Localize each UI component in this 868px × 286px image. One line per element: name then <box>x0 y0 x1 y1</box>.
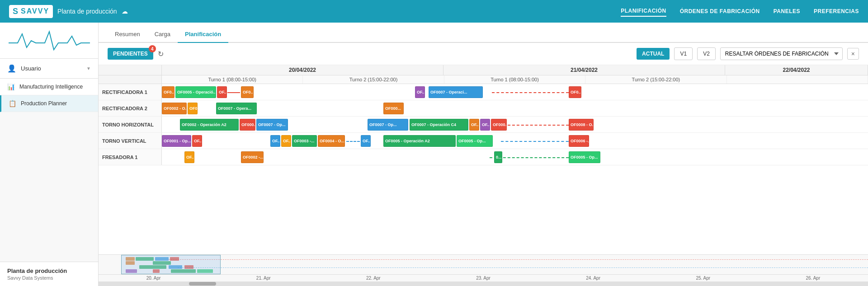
gantt-row: RECTIFICADORA 2OF0002 - O...OF0...OF0007… <box>99 100 868 117</box>
top-nav-links: PLANIFICACIÓN ÓRDENES DE FABRICACIÓN PAN… <box>621 6 859 17</box>
gantt-block[interactable]: OF... <box>184 151 194 163</box>
gantt-block[interactable]: OF0007 - Operaci... <box>429 86 483 98</box>
gantt-block[interactable]: OF0008 - O... <box>569 119 594 131</box>
gantt-container[interactable]: 20/04/2022 21/04/2022 22/04/2022 Turno 1… <box>99 65 868 254</box>
plant-name: Planta de producción <box>7 267 91 274</box>
minimap-label-4: 23. Apr <box>428 276 538 281</box>
gantt-toolbar: PENDIENTES 4 ↻ ACTUAL V1 V2 RESALTAR ÓRD… <box>99 43 868 65</box>
gantt-block[interactable]: OF0... <box>188 103 198 114</box>
gantt-shift-header: Turno 1 (08:00-15:00) Turno 2 (15:00-22:… <box>99 75 868 84</box>
minimap-label-1: 20. Apr <box>99 276 208 281</box>
gantt-block[interactable]: OF... <box>270 135 280 147</box>
gantt-block[interactable]: OF0... <box>241 86 254 98</box>
actual-button[interactable]: ACTUAL <box>637 48 670 60</box>
sidebar-user[interactable]: 👤 Usuario ▼ <box>0 59 98 79</box>
gantt-row-content: OF...OF0002 -...0...OF0005 - Op... <box>162 149 868 165</box>
gantt-row-content: OF0002 - Operación A2OF000...OF0007 - Op… <box>162 117 868 132</box>
gantt-shift-4: Turno 2 (15:00-22:00) <box>585 75 726 84</box>
gantt-block[interactable]: OF... <box>469 119 479 131</box>
gantt-date-1: 20/04/2022 <box>162 65 443 75</box>
nav-paneles[interactable]: PANELES <box>774 6 800 16</box>
gantt-block[interactable]: OF... <box>281 135 291 147</box>
nav-ordenes[interactable]: ÓRDENES DE FABRICACIÓN <box>680 6 760 16</box>
gantt-shift-label-spacer <box>99 75 162 84</box>
gantt-row-content: OF0001 - Op...OF...OF...OF...OF0003 -...… <box>162 133 868 149</box>
gantt-block[interactable]: OF0003 -... <box>292 135 317 147</box>
sidebar-heartbeat <box>0 23 98 59</box>
close-highlight-button[interactable]: × <box>847 48 859 60</box>
gantt-block[interactable]: 0... <box>494 151 502 163</box>
user-icon: 👤 <box>7 64 16 73</box>
gantt-row: TORNO HORIZONTALOF0002 - Operación A2OF0… <box>99 117 868 133</box>
nav-preferencias[interactable]: PREFERENCIAS <box>814 6 859 16</box>
gantt-block[interactable]: OF... <box>217 86 227 98</box>
gantt-shift-1: Turno 1 (08:00-15:00) <box>162 75 303 84</box>
minimap-viewport[interactable] <box>121 255 221 274</box>
minimap-label-5: 24. Apr <box>538 276 648 281</box>
chevron-down-icon: ▼ <box>86 66 91 71</box>
gantt-machine-label: FRESADORA 1 <box>99 149 162 165</box>
refresh-icon[interactable]: ↻ <box>158 50 164 58</box>
gantt-date-2: 21/04/2022 <box>443 65 725 75</box>
gantt-block[interactable]: OF0005 - Operació... <box>175 86 216 98</box>
user-name: Usuario <box>21 65 86 72</box>
tab-carga[interactable]: Carga <box>147 26 178 43</box>
gantt-block[interactable]: OF... <box>480 119 490 131</box>
minimap-label-7: 26. Apr <box>758 276 868 281</box>
gantt-block[interactable]: OF0005 - Op... <box>569 151 600 163</box>
heartbeat-chart <box>9 29 90 52</box>
tab-resumen[interactable]: Resumen <box>108 26 147 43</box>
gantt-block[interactable]: OF0... <box>162 86 175 98</box>
chart-icon: 📊 <box>7 83 15 90</box>
gantt-block[interactable]: OF... <box>361 135 371 147</box>
gantt-block[interactable]: OF0... <box>569 86 581 98</box>
gantt-block[interactable]: OF000... <box>491 119 507 131</box>
nav-planificacion[interactable]: PLANIFICACIÓN <box>621 6 666 17</box>
sidebar: 👤 Usuario ▼ 📊 Manufacturing Intelligence… <box>0 23 99 286</box>
gantt-block[interactable]: OF... <box>192 135 202 147</box>
minimap-content <box>99 255 868 274</box>
v2-button[interactable]: V2 <box>697 47 716 60</box>
gantt-block[interactable]: OF000... <box>240 119 255 131</box>
gantt-shift-3: Turno 1 (08:00-15:00) <box>444 75 585 84</box>
v1-button[interactable]: V1 <box>674 47 693 60</box>
gantt-block[interactable]: OF... <box>415 86 425 98</box>
gantt-shift-5 <box>727 75 868 84</box>
minimap-label-3: 22. Apr <box>318 276 428 281</box>
sidebar-item-manufacturing[interactable]: 📊 Manufacturing Intelligence <box>0 79 98 95</box>
gantt-block[interactable]: OF0007 - Op... <box>256 119 288 131</box>
cloud-icon: ☁ <box>122 8 128 15</box>
gantt-block[interactable]: OF000... <box>383 103 404 114</box>
sidebar-plant: Planta de producción Savvy Data Systems <box>0 262 98 286</box>
gantt-row-content: OF0...OF0005 - Operació...OF...OF0...OF.… <box>162 84 868 100</box>
sidebar-item-label: Production Planner <box>21 100 67 107</box>
plant-company: Savvy Data Systems <box>7 275 91 281</box>
pendientes-badge: 4 <box>149 45 156 52</box>
minimap-scrollbar-thumb[interactable] <box>189 282 216 286</box>
gantt-row: TORNO VERTICALOF0001 - Op...OF...OF...OF… <box>99 133 868 149</box>
gantt-block[interactable]: OF0007 - Op... <box>368 119 408 131</box>
minimap-scrollbar[interactable] <box>99 281 868 286</box>
tab-planificacion[interactable]: Planificación <box>178 26 228 43</box>
gantt-date-3: 22/04/2022 <box>725 65 868 75</box>
gantt-block[interactable]: OF0006 -... <box>569 135 589 147</box>
gantt-block[interactable]: OF0007 - Operación C4 <box>410 119 468 131</box>
gantt-block[interactable]: OF0001 - Op... <box>162 135 191 147</box>
gantt-block[interactable]: OF0002 - Operación A2 <box>180 119 239 131</box>
gantt-rows: RECTIFICADORA 1OF0...OF0005 - Operació..… <box>99 84 868 165</box>
gantt-date-header: 20/04/2022 21/04/2022 22/04/2022 <box>99 65 868 75</box>
sidebar-menu: 📊 Manufacturing Intelligence 📋 Productio… <box>0 79 98 262</box>
gantt-block[interactable]: OF0004 - O... <box>318 135 345 147</box>
highlight-select[interactable]: RESALTAR ÓRDENES DE FABRICACIÓN <box>720 47 843 60</box>
pendientes-label: PENDIENTES <box>113 51 148 57</box>
gantt-block[interactable]: OF0005 - Op... <box>457 135 493 147</box>
gantt-block[interactable]: OF0005 - Operación A2 <box>383 135 456 147</box>
pendientes-button[interactable]: PENDIENTES 4 <box>108 48 153 60</box>
gantt-block[interactable]: OF0002 -... <box>241 151 264 163</box>
gantt-block[interactable]: OF0007 - Opera... <box>216 103 257 114</box>
gantt-row-label-header <box>99 65 162 75</box>
top-navigation: S SAVVY Planta de producción ☁ PLANIFICA… <box>0 0 868 23</box>
gantt-block[interactable]: OF0002 - O... <box>162 103 187 114</box>
gantt-row-content: OF0002 - O...OF0...OF0007 - Opera...OF00… <box>162 100 868 116</box>
sidebar-item-production-planner[interactable]: 📋 Production Planner <box>0 95 98 112</box>
